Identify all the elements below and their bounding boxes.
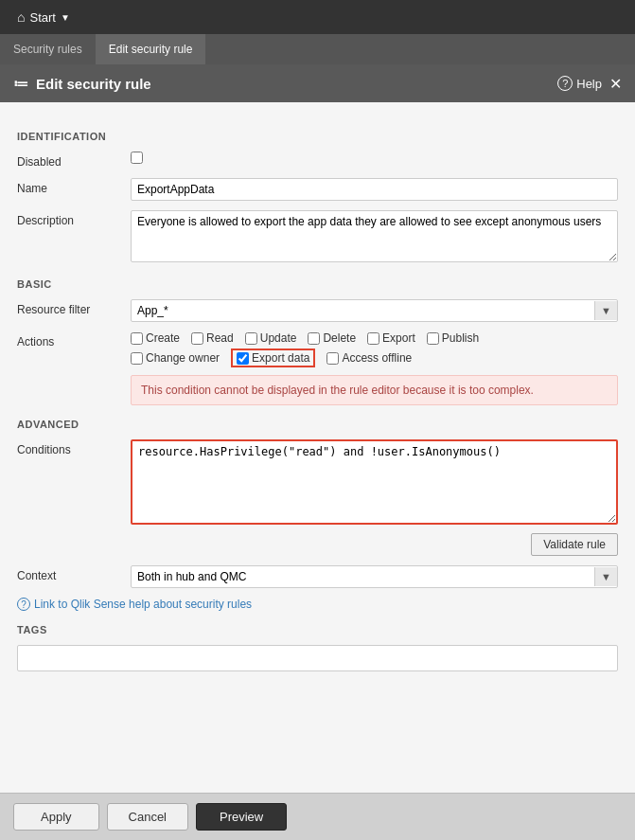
resource-filter-label: Resource filter bbox=[17, 299, 131, 316]
context-select[interactable]: Both in hub and QMC ▼ bbox=[131, 565, 618, 588]
context-label: Context bbox=[17, 565, 131, 582]
access-offline-checkbox[interactable] bbox=[326, 352, 339, 365]
read-action-item[interactable]: Read bbox=[191, 331, 234, 345]
warning-box: This condition cannot be displayed in th… bbox=[131, 375, 618, 405]
basic-section: BASIC Resource filter App_* ▼ Actions Cr… bbox=[17, 278, 618, 405]
tags-input[interactable] bbox=[17, 645, 618, 671]
create-action-item[interactable]: Create bbox=[131, 331, 180, 345]
description-textarea[interactable]: Everyone is allowed to export the app da… bbox=[131, 210, 618, 262]
create-checkbox[interactable] bbox=[131, 332, 143, 345]
description-label: Description bbox=[17, 210, 131, 227]
page-title: Edit security rule bbox=[36, 76, 151, 92]
page-header: ≔ Edit security rule ? Help ✕ bbox=[0, 64, 635, 102]
top-bar: ⌂ Start ▼ bbox=[0, 0, 635, 34]
basic-title: BASIC bbox=[17, 278, 618, 290]
tags-section: TAGS bbox=[17, 624, 618, 671]
access-offline-action-item[interactable]: Access offline bbox=[326, 351, 412, 365]
identification-title: IDENTIFICATION bbox=[17, 131, 618, 142]
disabled-row: Disabled bbox=[17, 152, 618, 169]
close-button[interactable]: ✕ bbox=[609, 75, 622, 93]
change-owner-label: Change owner bbox=[146, 351, 220, 365]
delete-checkbox[interactable] bbox=[308, 332, 320, 345]
export-data-action-item[interactable]: Export data bbox=[231, 349, 315, 367]
help-link[interactable]: ? Link to Qlik Sense help about security… bbox=[17, 598, 618, 611]
dropdown-arrow-icon: ▼ bbox=[61, 12, 70, 23]
resource-filter-value: App_* bbox=[132, 300, 594, 321]
delete-action-item[interactable]: Delete bbox=[308, 331, 356, 345]
actions-line-2: Change owner Export data Access offline bbox=[131, 349, 618, 367]
update-checkbox[interactable] bbox=[245, 332, 257, 345]
resource-filter-row: Resource filter App_* ▼ bbox=[17, 299, 618, 322]
tags-title: TAGS bbox=[17, 624, 618, 635]
resource-filter-arrow[interactable]: ▼ bbox=[594, 301, 617, 320]
export-action-item[interactable]: Export bbox=[367, 331, 415, 345]
help-link-text: Link to Qlik Sense help about security r… bbox=[34, 598, 252, 611]
disabled-checkbox[interactable] bbox=[131, 152, 143, 164]
breadcrumb-edit-security-rule[interactable]: Edit security rule bbox=[96, 34, 206, 64]
conditions-row: Conditions resource.HasPrivilege("read")… bbox=[17, 439, 618, 556]
bottom-bar: Apply Cancel Preview bbox=[0, 793, 635, 840]
apply-button[interactable]: Apply bbox=[13, 803, 99, 831]
name-label: Name bbox=[17, 178, 131, 195]
publish-action-item[interactable]: Publish bbox=[427, 331, 479, 345]
export-data-label: Export data bbox=[252, 351, 309, 365]
advanced-title: ADVANCED bbox=[17, 419, 618, 430]
export-checkbox[interactable] bbox=[367, 332, 379, 345]
context-arrow[interactable]: ▼ bbox=[594, 567, 617, 586]
help-button[interactable]: ? Help bbox=[557, 76, 602, 91]
help-link-icon: ? bbox=[17, 598, 30, 611]
start-button[interactable]: ⌂ Start ▼ bbox=[9, 6, 78, 28]
access-offline-label: Access offline bbox=[342, 351, 412, 365]
publish-label: Publish bbox=[442, 331, 479, 345]
export-label: Export bbox=[382, 331, 415, 345]
main-content: IDENTIFICATION Disabled Name Description… bbox=[0, 102, 635, 793]
description-row: Description Everyone is allowed to expor… bbox=[17, 210, 618, 265]
create-label: Create bbox=[146, 331, 180, 345]
cancel-button[interactable]: Cancel bbox=[107, 803, 188, 831]
preview-button[interactable]: Preview bbox=[196, 803, 287, 831]
edit-rule-icon: ≔ bbox=[13, 75, 28, 93]
start-label: Start bbox=[29, 10, 55, 25]
delete-label: Delete bbox=[323, 331, 356, 345]
name-input[interactable] bbox=[131, 178, 618, 201]
actions-line-1: Create Read Update Delete bbox=[131, 331, 618, 345]
breadcrumb-bar: Security rules Edit security rule bbox=[0, 34, 635, 64]
update-label: Update bbox=[260, 331, 297, 345]
actions-checkboxes: Create Read Update Delete bbox=[131, 331, 618, 367]
context-value: Both in hub and QMC bbox=[132, 566, 594, 587]
conditions-label: Conditions bbox=[17, 439, 131, 456]
help-label: Help bbox=[576, 77, 602, 91]
validate-rule-button[interactable]: Validate rule bbox=[531, 533, 618, 556]
read-label: Read bbox=[206, 331, 234, 345]
update-action-item[interactable]: Update bbox=[245, 331, 297, 345]
export-data-checkbox[interactable] bbox=[237, 352, 249, 365]
context-row: Context Both in hub and QMC ▼ bbox=[17, 565, 618, 588]
name-row: Name bbox=[17, 178, 618, 201]
identification-section: IDENTIFICATION Disabled Name Description… bbox=[17, 131, 618, 265]
read-checkbox[interactable] bbox=[191, 332, 203, 345]
help-circle-icon: ? bbox=[557, 76, 573, 91]
actions-label: Actions bbox=[17, 331, 131, 349]
change-owner-checkbox[interactable] bbox=[131, 352, 143, 365]
home-icon: ⌂ bbox=[17, 9, 25, 25]
change-owner-action-item[interactable]: Change owner bbox=[131, 351, 220, 365]
conditions-textarea[interactable]: resource.HasPrivilege("read") and !user.… bbox=[131, 439, 618, 525]
publish-checkbox[interactable] bbox=[427, 332, 439, 345]
advanced-section: ADVANCED Conditions resource.HasPrivileg… bbox=[17, 419, 618, 611]
actions-row: Actions Create Read U bbox=[17, 331, 618, 405]
disabled-label: Disabled bbox=[17, 152, 131, 169]
resource-filter-select[interactable]: App_* ▼ bbox=[131, 299, 618, 322]
breadcrumb-security-rules[interactable]: Security rules bbox=[0, 34, 96, 64]
